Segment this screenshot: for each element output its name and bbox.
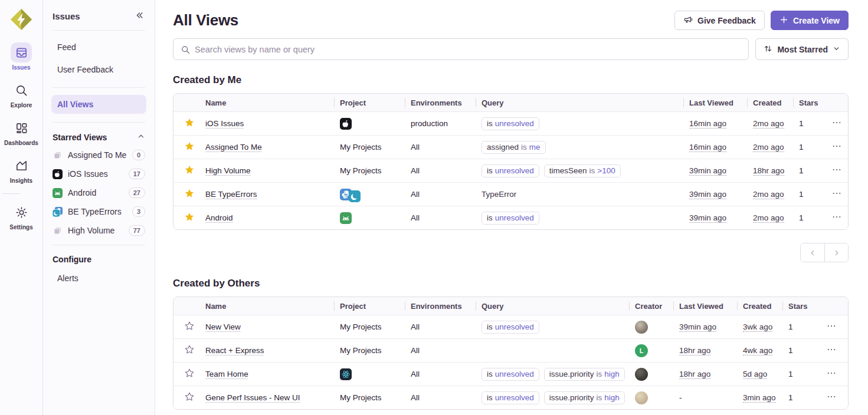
table-row: High VolumeMy ProjectsAllisunresolvedtim…	[173, 159, 848, 182]
sort-dropdown[interactable]: Most Starred	[755, 38, 849, 60]
project-icons	[340, 368, 352, 380]
star-filled-icon	[184, 141, 195, 153]
actions-cell	[825, 141, 848, 154]
row-overflow-menu-button[interactable]	[829, 141, 844, 154]
starred-view-be-typeerrors[interactable]: BE TypeErrors3	[51, 202, 146, 221]
row-overflow-menu-button[interactable]	[824, 344, 839, 357]
star-toggle-button[interactable]	[184, 117, 195, 130]
star-toggle-button[interactable]	[184, 321, 195, 333]
last-viewed-value: 39min ago	[689, 213, 726, 223]
give-feedback-button[interactable]: Give Feedback	[674, 11, 765, 30]
android-icon	[53, 188, 63, 198]
query-token-pill: isunresolved	[482, 117, 539, 130]
inbox-icon	[11, 42, 32, 62]
created-value: 2mo ago	[753, 190, 784, 199]
starred-view-assigned-to-me[interactable]: Assigned To Me0	[51, 146, 146, 164]
query-op: is	[521, 143, 527, 151]
last-viewed-value: 39min ago	[689, 166, 726, 176]
starred-views-section-header[interactable]: Starred Views	[51, 123, 146, 146]
project-cell: My Projects	[334, 166, 405, 175]
sentry-logo-icon[interactable]	[9, 7, 34, 32]
rail-item-dashboards[interactable]: Dashboards	[2, 118, 40, 146]
view-name-link[interactable]: BE TypeErrors	[205, 190, 257, 199]
view-name-link[interactable]: React + Express	[205, 346, 264, 355]
search-input[interactable]	[195, 45, 741, 54]
star-toggle-button[interactable]	[184, 391, 195, 404]
star-toggle-button[interactable]	[184, 368, 195, 380]
rail-item-explore[interactable]: Explore	[2, 80, 40, 108]
rail-item-settings[interactable]: Settings	[2, 202, 40, 230]
rail-item-issues[interactable]: Issues	[2, 42, 40, 71]
configure-section-header: Configure	[51, 245, 146, 268]
last-viewed-cell: 39min ago	[683, 213, 747, 223]
starred-view-ios-issues[interactable]: iOS Issues17	[51, 164, 146, 183]
page-title: All Views	[173, 11, 238, 29]
ellipsis-icon	[831, 214, 842, 224]
query-tokens: assignedisme	[482, 141, 546, 154]
query-token-pill: timesSeenis>100	[544, 164, 621, 177]
create-view-label: Create View	[793, 16, 840, 25]
star-toggle-button[interactable]	[184, 212, 195, 224]
next-page-button[interactable]	[824, 243, 848, 262]
environments-cell: production	[405, 119, 476, 128]
query-cell: TypeError	[476, 190, 683, 199]
row-overflow-menu-button[interactable]	[824, 368, 839, 381]
starred-view-high-volume[interactable]: High Volume77	[51, 221, 146, 240]
search-icon	[181, 45, 190, 54]
environment-label: All	[411, 190, 420, 199]
project-cell	[334, 212, 405, 224]
view-name-link[interactable]: Gene Perf Issues - New UI	[205, 393, 300, 403]
star-toggle-button[interactable]	[184, 188, 195, 200]
query-cell: isunresolvedissue.priorityishigh	[476, 391, 629, 404]
query-token-pill: isunresolved	[482, 212, 539, 225]
environment-label: All	[411, 393, 420, 402]
sidebar-title: Issues	[53, 11, 80, 21]
stars-count: 1	[788, 393, 793, 402]
row-overflow-menu-button[interactable]	[829, 212, 844, 225]
table-row: Assigned To MeMy ProjectsAllassignedisme…	[173, 135, 848, 159]
last-viewed-value: 39min ago	[689, 190, 726, 199]
sidebar-item-all-views[interactable]: All Views	[51, 95, 146, 114]
row-overflow-menu-button[interactable]	[829, 164, 844, 177]
query-val: unresolved	[495, 322, 534, 331]
row-overflow-menu-button[interactable]	[824, 321, 839, 334]
stars-count: 1	[799, 166, 804, 175]
issue-count-badge: 3	[132, 206, 145, 217]
sidebar-item-feed[interactable]: Feed	[51, 38, 146, 57]
sidebar-item-alerts[interactable]: Alerts	[51, 269, 146, 288]
name-cell: Assigned To Me	[205, 143, 334, 152]
query-key: is	[487, 322, 493, 331]
sidebar-item-user-feedback[interactable]: User Feedback	[51, 60, 146, 79]
view-name-link[interactable]: New View	[205, 322, 241, 332]
create-view-button[interactable]: Create View	[771, 11, 849, 30]
star-toggle-button[interactable]	[184, 164, 195, 177]
view-name-link[interactable]: High Volume	[205, 166, 251, 176]
view-name-link[interactable]: Android	[205, 213, 233, 223]
row-overflow-menu-button[interactable]	[829, 188, 844, 201]
project-label: My Projects	[340, 322, 382, 331]
created-value: 3min ago	[743, 393, 776, 403]
stars-cell: 1	[782, 393, 814, 402]
previous-page-button[interactable]	[801, 243, 824, 262]
apple-icon	[53, 169, 63, 179]
query-token: TypeError	[482, 190, 516, 199]
created-cell: 3min ago	[737, 393, 782, 403]
environments-cell: All	[405, 166, 476, 175]
view-name-link[interactable]: Team Home	[205, 370, 248, 379]
project-cell	[334, 118, 405, 130]
star-toggle-button[interactable]	[184, 141, 195, 153]
rail-item-insights[interactable]: Insights	[2, 156, 40, 184]
view-name-link[interactable]: iOS Issues	[205, 119, 244, 129]
last-viewed-cell: 39min ago	[683, 190, 747, 199]
star-toggle-button[interactable]	[184, 344, 195, 357]
chevrons-left-icon[interactable]	[133, 9, 145, 23]
stars-count: 1	[788, 346, 793, 355]
last-viewed-cell: -	[673, 393, 737, 402]
row-overflow-menu-button[interactable]	[824, 391, 839, 404]
row-overflow-menu-button[interactable]	[829, 117, 844, 130]
view-name-link[interactable]: Assigned To Me	[205, 143, 262, 152]
python-stack-icon	[53, 207, 63, 217]
starred-view-android[interactable]: Android27	[51, 183, 146, 202]
project-cell	[334, 187, 405, 202]
star-cell	[173, 321, 205, 333]
